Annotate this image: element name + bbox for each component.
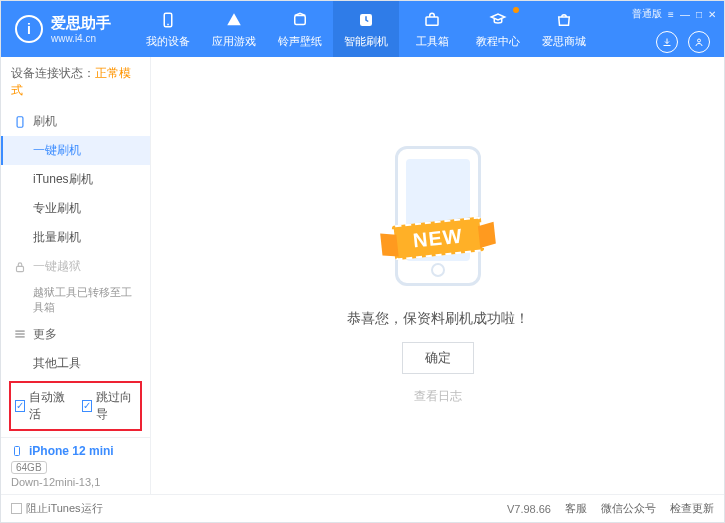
lock-icon bbox=[13, 260, 27, 274]
version-label: V7.98.66 bbox=[507, 503, 551, 515]
success-message: 恭喜您，保资料刷机成功啦！ bbox=[347, 310, 529, 328]
checkbox-auto-activate[interactable]: ✓自动激活 bbox=[15, 389, 70, 423]
titlebar-right: 普通版 ≡ — □ ✕ bbox=[624, 1, 724, 57]
body: 设备连接状态：正常模式 刷机 一键刷机 iTunes刷机 专业刷机 批量刷机 一… bbox=[1, 57, 724, 494]
nav-flash[interactable]: 智能刷机 bbox=[333, 1, 399, 57]
nav-store[interactable]: 爱思商城 bbox=[531, 1, 597, 57]
new-ribbon: NEW bbox=[391, 216, 484, 260]
sidebar-item-other-tools[interactable]: 其他工具 bbox=[1, 349, 150, 375]
phone-icon bbox=[11, 445, 23, 457]
storage-badge: 64GB bbox=[11, 461, 47, 474]
customer-service-link[interactable]: 客服 bbox=[565, 501, 587, 516]
download-button[interactable] bbox=[656, 31, 678, 53]
footer: 阻止iTunes运行 V7.98.66 客服 微信公众号 检查更新 bbox=[1, 494, 724, 522]
nav-ringtones[interactable]: 铃声壁纸 bbox=[267, 1, 333, 57]
nav-tutorials[interactable]: 教程中心 bbox=[465, 1, 531, 57]
svg-rect-7 bbox=[17, 266, 24, 271]
svg-rect-11 bbox=[15, 447, 20, 456]
logo: i 爱思助手 www.i4.cn bbox=[1, 14, 125, 44]
nav: 我的设备 应用游戏 铃声壁纸 智能刷机 工具箱 教程中心 bbox=[135, 1, 597, 57]
phone-icon bbox=[13, 115, 27, 129]
connection-status: 设备连接状态：正常模式 bbox=[1, 57, 150, 107]
sidebar-item-batch-flash[interactable]: 批量刷机 bbox=[1, 223, 150, 252]
logo-icon: i bbox=[15, 15, 43, 43]
check-update-link[interactable]: 检查更新 bbox=[670, 501, 714, 516]
tutorial-icon bbox=[488, 10, 508, 30]
device-card[interactable]: iPhone 12 mini 64GB Down-12mini-13,1 bbox=[1, 437, 150, 494]
checkbox-icon bbox=[11, 503, 22, 514]
phone-graphic-icon bbox=[395, 146, 481, 286]
close-icon[interactable]: ✕ bbox=[708, 9, 716, 20]
user-button[interactable] bbox=[688, 31, 710, 53]
wechat-link[interactable]: 微信公众号 bbox=[601, 501, 656, 516]
device-icon bbox=[158, 10, 178, 30]
store-icon bbox=[554, 10, 574, 30]
toolbox-icon bbox=[422, 10, 442, 30]
titlebar: i 爱思助手 www.i4.cn 我的设备 应用游戏 铃声壁纸 智能刷机 bbox=[1, 1, 724, 57]
section-more[interactable]: 更多 bbox=[1, 320, 150, 349]
apps-icon bbox=[224, 10, 244, 30]
sidebar-item-oneclick-flash[interactable]: 一键刷机 bbox=[1, 136, 150, 165]
nav-apps[interactable]: 应用游戏 bbox=[201, 1, 267, 57]
more-icon bbox=[13, 327, 27, 341]
device-sub: Down-12mini-13,1 bbox=[11, 476, 140, 488]
maximize-icon[interactable]: □ bbox=[696, 9, 702, 20]
app-window: i 爱思助手 www.i4.cn 我的设备 应用游戏 铃声壁纸 智能刷机 bbox=[0, 0, 725, 523]
main-content: NEW 恭喜您，保资料刷机成功啦！ 确定 查看日志 bbox=[151, 57, 724, 494]
app-url: www.i4.cn bbox=[51, 33, 111, 44]
nav-tools[interactable]: 工具箱 bbox=[399, 1, 465, 57]
check-icon: ✓ bbox=[15, 400, 25, 412]
svg-point-5 bbox=[698, 39, 701, 42]
nav-badge-icon bbox=[513, 7, 519, 13]
app-name: 爱思助手 bbox=[51, 14, 111, 33]
section-jailbreak: 一键越狱 bbox=[1, 252, 150, 281]
jailbreak-note: 越狱工具已转移至工具箱 bbox=[1, 281, 150, 320]
svg-rect-6 bbox=[17, 116, 23, 127]
minimize-icon[interactable]: — bbox=[680, 9, 690, 20]
svg-rect-2 bbox=[295, 15, 306, 24]
menu-icon[interactable]: ≡ bbox=[668, 9, 674, 20]
flash-icon bbox=[356, 10, 376, 30]
checkbox-skip-guide[interactable]: ✓跳过向导 bbox=[82, 389, 137, 423]
success-illustration: NEW bbox=[368, 146, 508, 296]
ok-button[interactable]: 确定 bbox=[402, 342, 474, 374]
nav-my-device[interactable]: 我的设备 bbox=[135, 1, 201, 57]
highlighted-checkboxes: ✓自动激活 ✓跳过向导 bbox=[9, 381, 142, 431]
sidebar-list: 刷机 一键刷机 iTunes刷机 专业刷机 批量刷机 一键越狱 越狱工具已转移至… bbox=[1, 107, 150, 375]
section-flash[interactable]: 刷机 bbox=[1, 107, 150, 136]
window-controls: 普通版 ≡ — □ ✕ bbox=[624, 5, 724, 23]
svg-rect-4 bbox=[426, 17, 438, 25]
sidebar-item-pro-flash[interactable]: 专业刷机 bbox=[1, 194, 150, 223]
ringtone-icon bbox=[290, 10, 310, 30]
view-log-link[interactable]: 查看日志 bbox=[414, 388, 462, 405]
check-icon: ✓ bbox=[82, 400, 92, 412]
sidebar-item-itunes-flash[interactable]: iTunes刷机 bbox=[1, 165, 150, 194]
vip-label[interactable]: 普通版 bbox=[632, 7, 662, 21]
sidebar: 设备连接状态：正常模式 刷机 一键刷机 iTunes刷机 专业刷机 批量刷机 一… bbox=[1, 57, 151, 494]
checkbox-block-itunes[interactable]: 阻止iTunes运行 bbox=[11, 501, 103, 516]
